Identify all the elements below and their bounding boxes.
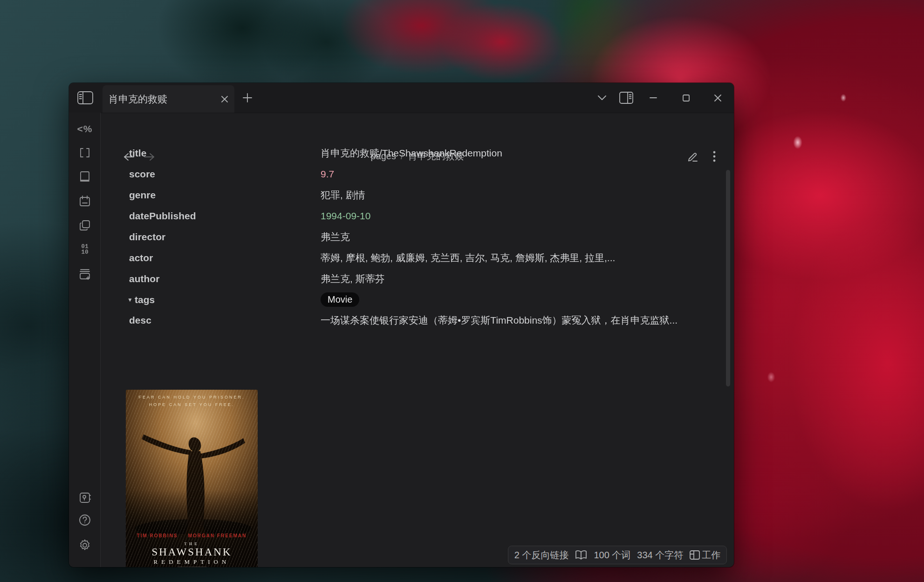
poster-title-main: SHAWSHANK (126, 546, 258, 558)
attr-row-actor: actor 蒂姆, 摩根, 鲍勃, 威廉姆, 克兰西, 吉尔, 马克, 詹姆斯,… (129, 247, 693, 268)
char-count: 334 个字符 (637, 549, 683, 562)
attr-value-title[interactable]: 肖申克的救赎/TheShawshankRedemption (321, 147, 502, 160)
attr-key-genre: genre (129, 189, 321, 201)
binary-icon[interactable]: 0110 (75, 240, 95, 259)
poster-title-sub: REDEMPTION (126, 558, 258, 566)
attr-key-author: author (129, 273, 321, 284)
tab-close-icon[interactable] (218, 92, 232, 106)
help-icon[interactable] (75, 510, 95, 530)
attr-key-tags: ▼ tags (129, 294, 321, 305)
attr-value-datePublished[interactable]: 1994-09-10 (321, 210, 370, 222)
close-window-icon[interactable] (707, 88, 728, 107)
workspace-switcher[interactable]: 工作 (690, 549, 720, 562)
attr-row-tags: ▼ tags Movie (129, 289, 693, 310)
app-window: 肖申克的救赎 (69, 83, 734, 567)
poster-actor-names: TIM ROBBINS MORGAN FREEMAN (126, 533, 258, 538)
sidebar-toggle-icon[interactable] (75, 88, 95, 107)
attr-row-author: author 弗兰克, 斯蒂芬 (129, 268, 693, 289)
minimize-icon[interactable] (643, 88, 664, 107)
poster-actor-left: TIM ROBBINS (137, 533, 178, 538)
book-icon[interactable] (575, 550, 587, 560)
attribute-table: title 肖申克的救赎/TheShawshankRedemption scor… (129, 142, 693, 329)
template-icon[interactable]: <% (75, 119, 95, 139)
attr-value-actor[interactable]: 蒂姆, 摩根, 鲍勃, 威廉姆, 克兰西, 吉尔, 马克, 詹姆斯, 杰弗里, … (321, 251, 615, 264)
backlinks-count[interactable]: 2 个反向链接 (514, 549, 569, 562)
attr-key-score: score (129, 169, 321, 180)
attr-key-tags-label: tags (135, 294, 155, 305)
collapse-caret-icon[interactable]: ▼ (127, 297, 135, 303)
attr-key-actor: actor (129, 252, 321, 264)
attr-value-desc[interactable]: 一场谋杀案使银行家安迪（蒂姆•罗宾斯TimRobbins饰）蒙冤入狱，在肖申克监… (321, 312, 693, 329)
tab-shawshank[interactable]: 肖申克的救赎 (103, 85, 234, 113)
titlebar: 肖申克的救赎 (69, 83, 734, 113)
attr-value-score[interactable]: 9.7 (321, 169, 334, 180)
dock-panel-icon[interactable] (616, 88, 637, 107)
movie-poster-image[interactable]: FEAR CAN HOLD YOU PRISONER. HOPE CAN SET… (126, 390, 258, 567)
editor-content: pages / 肖申克的救赎 title 肖申克的救赎/TheShawshank… (101, 113, 734, 567)
attr-key-title: title (129, 148, 321, 159)
attr-key-datePublished: datePublished (129, 210, 321, 222)
attr-row-datePublished: datePublished 1994-09-10 (129, 205, 693, 226)
new-tab-button[interactable] (238, 88, 257, 107)
poster-figure-silhouette (126, 408, 258, 534)
attr-key-director: director (129, 231, 321, 243)
copy-pages-icon[interactable] (75, 216, 95, 235)
poster-tagline-2: HOPE CAN SET YOU FREE. (126, 402, 258, 407)
attr-value-director[interactable]: 弗兰克 (321, 230, 350, 244)
calendar-icon[interactable] (75, 191, 95, 211)
maximize-icon[interactable] (676, 88, 696, 107)
tag-pill-movie[interactable]: Movie (321, 292, 359, 307)
collection-add-icon[interactable] (75, 264, 95, 284)
attr-key-desc: desc (129, 312, 321, 326)
window-menu-chevron-icon[interactable] (592, 88, 612, 107)
poster-credits: CASTLE ROCK ENTERTAINMENT FRANK DARABONT… (126, 567, 258, 567)
poster-title-the: THE (126, 541, 258, 546)
brackets-icon[interactable] (75, 143, 95, 162)
workspace-name: 工作 (702, 549, 720, 562)
settings-gear-icon[interactable] (75, 535, 95, 555)
attr-row-title: title 肖申克的救赎/TheShawshankRedemption (129, 142, 693, 163)
word-count: 100 个词 (594, 549, 630, 562)
left-dock: <% 0110 (69, 113, 101, 567)
notebook-icon[interactable] (75, 167, 95, 187)
attr-value-author[interactable]: 弗兰克, 斯蒂芬 (321, 272, 385, 285)
workspace-icon (690, 550, 700, 560)
attr-row-director: director 弗兰克 (129, 226, 693, 247)
safe-vault-icon[interactable] (75, 488, 95, 508)
attr-row-genre: genre 犯罪, 剧情 (129, 184, 693, 205)
attr-row-score: score 9.7 (129, 163, 693, 184)
more-options-kebab-icon[interactable] (705, 147, 724, 166)
attr-value-genre[interactable]: 犯罪, 剧情 (321, 189, 365, 202)
content-scrollbar[interactable] (726, 170, 730, 386)
attr-row-desc: desc 一场谋杀案使银行家安迪（蒂姆•罗宾斯TimRobbins饰）蒙冤入狱，… (129, 310, 693, 329)
tab-title: 肖申克的救赎 (109, 93, 218, 106)
poster-tagline-1: FEAR CAN HOLD YOU PRISONER. (126, 395, 258, 399)
poster-actor-right: MORGAN FREEMAN (188, 533, 247, 538)
statusbar: 2 个反向链接 100 个词 334 个字符 工作 (508, 546, 727, 564)
